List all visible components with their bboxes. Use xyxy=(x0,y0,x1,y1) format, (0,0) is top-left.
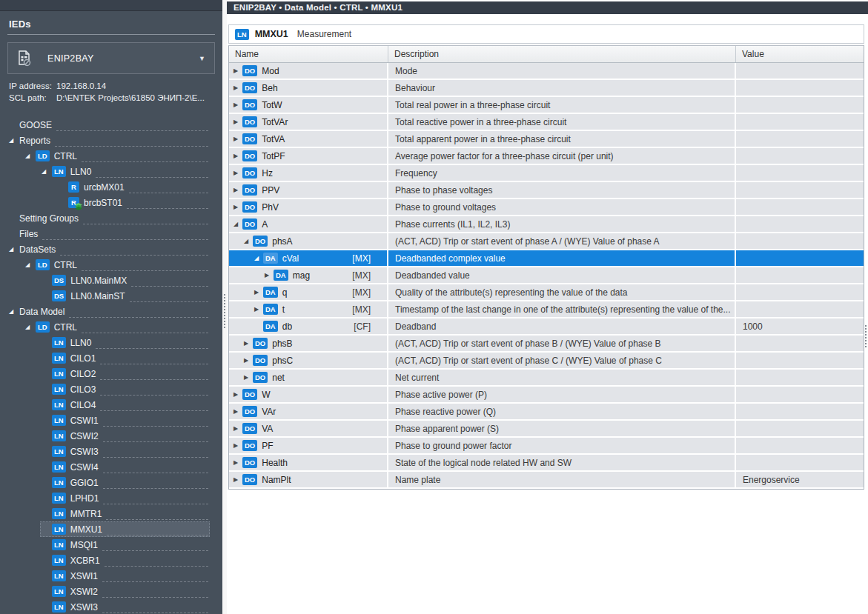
table-row[interactable]: ▶ DO Hz Frequency xyxy=(229,165,864,182)
sidebar-tree-item[interactable]: LN CILO1 xyxy=(0,350,210,366)
sidebar-tree-item[interactable]: LN GGIO1 xyxy=(0,475,210,490)
sidebar-splitter[interactable] xyxy=(222,0,227,614)
tree-expander-icon[interactable]: ◢ xyxy=(9,241,19,257)
sidebar-tree-item[interactable]: GOOSE xyxy=(0,117,210,133)
sidebar-tree-item[interactable]: LN XSWI2 xyxy=(0,584,210,599)
sidebar-tree-item[interactable]: ◢ LD CTRL xyxy=(0,148,210,164)
row-expander-icon[interactable]: ▶ xyxy=(244,370,253,385)
value-cell[interactable] xyxy=(736,216,864,233)
row-expander-icon[interactable]: ▶ xyxy=(233,182,242,198)
sidebar-tree-item[interactable]: LN CSWI3 xyxy=(0,444,210,459)
value-cell[interactable] xyxy=(736,353,864,370)
value-cell[interactable] xyxy=(736,250,864,267)
row-expander-icon[interactable]: ▶ xyxy=(265,267,274,283)
table-row[interactable]: ▶ DO PF Phase to ground power factor xyxy=(229,438,864,455)
right-panel-splitter[interactable] xyxy=(864,14,868,614)
tree-expander-icon[interactable]: ◢ xyxy=(25,257,36,273)
table-row[interactable]: ◢ DO phsA (ACT, ACD) Trip or start event… xyxy=(229,233,864,250)
row-expander-icon[interactable]: ◢ xyxy=(233,216,242,232)
row-expander-icon[interactable]: ▶ xyxy=(233,387,242,402)
table-row[interactable]: ◢ DA cVal [MX] Deadbanded complex value xyxy=(229,250,864,267)
table-row[interactable]: ◢ DO A Phase currents (IL1, IL2, IL3) xyxy=(229,216,864,233)
sidebar-tree-item[interactable]: LN CSWI1 xyxy=(0,413,210,428)
row-expander-icon[interactable]: ▶ xyxy=(233,455,242,470)
sidebar-tree-item[interactable]: LN MSQI1 xyxy=(0,537,210,553)
table-row[interactable]: ▶ DA t [MX] Timestamp of the last change… xyxy=(229,301,864,318)
sidebar-tree-item[interactable]: LN MMXU1 xyxy=(0,521,210,537)
row-expander-icon[interactable]: ▶ xyxy=(233,438,242,453)
sidebar-tree-item[interactable]: LN CILO4 xyxy=(0,397,210,413)
value-cell[interactable] xyxy=(736,370,864,387)
table-row[interactable]: ▶ DO VA Phase apparent power (S) xyxy=(229,421,864,438)
sidebar-tree-item[interactable]: LN MMTR1 xyxy=(0,506,210,521)
table-row[interactable]: ▶ DA mag [MX] Deadbanded value xyxy=(229,267,864,284)
value-cell[interactable] xyxy=(736,63,864,80)
value-cell[interactable] xyxy=(736,438,864,455)
sidebar-tree-item[interactable]: LN XCBR1 xyxy=(0,553,210,568)
table-row[interactable]: ▶ DO VAr Phase reactive power (Q) xyxy=(229,404,864,421)
value-cell[interactable]: 1000 xyxy=(736,318,864,336)
sidebar-tree-item[interactable]: ◢ Data Model xyxy=(0,304,210,319)
sidebar-tree-item[interactable]: ◢ Reports xyxy=(0,133,210,148)
value-cell[interactable] xyxy=(736,421,864,438)
sidebar-tree-item[interactable]: LN CSWI2 xyxy=(0,428,210,444)
table-row[interactable]: ▶ DO TotW Total real power in a three-ph… xyxy=(229,97,864,114)
sidebar-tree-item[interactable]: R urcbMX01 xyxy=(0,179,210,195)
sidebar-tree-item[interactable]: ◢ DataSets xyxy=(0,241,210,257)
table-row[interactable]: ▶ DO PhV Phase to ground voltages xyxy=(229,199,864,216)
column-header-name[interactable]: Name xyxy=(229,46,388,62)
sidebar-tree-item[interactable]: DS LLN0.MainST xyxy=(0,288,210,304)
table-row[interactable]: ▶ DO Health State of the logical node re… xyxy=(229,455,864,472)
table-row[interactable]: ▶ DA q [MX] Quality of the attribute(s) … xyxy=(229,284,864,301)
sidebar-tree-item[interactable]: LN CILO2 xyxy=(0,366,210,381)
tree-expander-icon[interactable]: ◢ xyxy=(25,148,36,164)
sidebar-tree-item[interactable]: ◢ LD CTRL xyxy=(0,319,210,335)
sidebar-tree-item[interactable]: DS LLN0.MainMX xyxy=(0,273,210,288)
tree-expander-icon[interactable]: ◢ xyxy=(42,164,52,179)
row-expander-icon[interactable]: ▶ xyxy=(233,165,242,181)
value-cell[interactable] xyxy=(736,97,864,114)
table-row[interactable]: ▶ DO phsC (ACT, ACD) Trip or start event… xyxy=(229,353,864,370)
row-expander-icon[interactable]: ◢ xyxy=(244,233,253,249)
sidebar-tree-item[interactable]: LN XSWI3 xyxy=(0,599,210,614)
row-expander-icon[interactable]: ▶ xyxy=(233,114,242,130)
sidebar-tree-item[interactable]: ◢ LN LLN0 xyxy=(0,164,210,179)
row-expander-icon[interactable]: ▶ xyxy=(233,131,242,147)
tree-expander-icon[interactable]: ◢ xyxy=(25,319,36,335)
table-row[interactable]: ▶ DO Mod Mode xyxy=(229,63,864,80)
value-cell[interactable] xyxy=(736,80,864,97)
table-row[interactable]: ▶ DO PPV Phase to phase voltages xyxy=(229,182,864,199)
sidebar-tree-item[interactable]: Setting Groups xyxy=(0,210,210,226)
row-expander-icon[interactable]: ▶ xyxy=(254,301,263,317)
value-cell[interactable] xyxy=(736,267,864,284)
row-expander-icon[interactable]: ▶ xyxy=(244,336,253,351)
sidebar-tree-item[interactable]: ◢ LD CTRL xyxy=(0,257,210,273)
column-header-value[interactable]: Value xyxy=(736,46,864,62)
row-expander-icon[interactable]: ▶ xyxy=(254,284,263,300)
row-expander-icon[interactable]: ▶ xyxy=(244,353,253,368)
table-row[interactable]: ▶ DO W Phase active power (P) xyxy=(229,387,864,404)
table-row[interactable]: ▶ DO NamPlt Name plate Energoservice xyxy=(229,472,864,489)
sidebar-tree-item[interactable]: LN XSWI1 xyxy=(0,568,210,584)
row-expander-icon[interactable]: ◢ xyxy=(254,250,263,266)
sidebar-tree-item[interactable]: LN LLN0 xyxy=(0,335,210,350)
value-cell[interactable] xyxy=(736,301,864,318)
value-cell[interactable] xyxy=(736,199,864,216)
value-cell[interactable] xyxy=(736,182,864,199)
table-row[interactable]: ▶ DO TotPF Average power factor for a th… xyxy=(229,148,864,165)
tree-expander-icon[interactable]: ◢ xyxy=(9,133,19,148)
value-cell[interactable] xyxy=(736,404,864,421)
value-cell[interactable] xyxy=(736,114,864,131)
value-cell[interactable] xyxy=(736,148,864,165)
value-cell[interactable] xyxy=(736,233,864,250)
row-expander-icon[interactable]: ▶ xyxy=(233,472,242,487)
value-cell[interactable] xyxy=(736,336,864,353)
row-expander-icon[interactable]: ▶ xyxy=(233,404,242,419)
row-expander-icon[interactable]: ▶ xyxy=(233,97,242,113)
value-cell[interactable] xyxy=(736,165,864,182)
table-row[interactable]: ▶ DO TotVA Total apparent power in a thr… xyxy=(229,131,864,148)
row-expander-icon[interactable]: ▶ xyxy=(233,63,242,79)
table-row[interactable]: ▶ DO TotVAr Total reactive power in a th… xyxy=(229,114,864,131)
row-expander-icon[interactable]: ▶ xyxy=(233,199,242,215)
sidebar-tree-item[interactable]: LN CILO3 xyxy=(0,381,210,397)
